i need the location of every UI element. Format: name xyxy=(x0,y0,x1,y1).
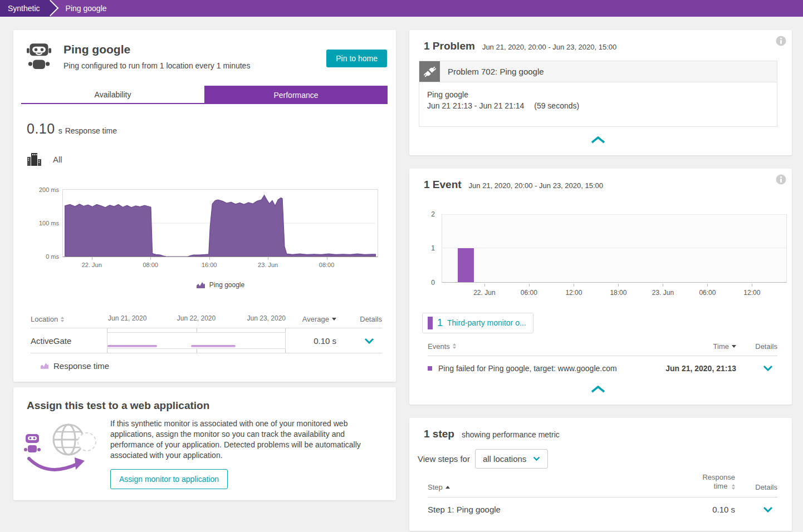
x-tick-label: 23. Jun xyxy=(652,289,674,297)
pin-to-home-button[interactable]: Pin to home xyxy=(326,50,387,67)
assign-monitor-button[interactable]: Assign monitor to application xyxy=(110,469,228,489)
response-time-chart[interactable]: 200 ms 100 ms 0 ms 22. Jun08:0016:0023. … xyxy=(21,189,388,289)
date-columns: Jun 21, 2020 Jun 22, 2020 Jun 23, 2020 xyxy=(107,314,286,323)
response-time-yaxis: 200 ms 100 ms 0 ms xyxy=(21,189,62,289)
x-tick xyxy=(484,284,485,287)
gridline xyxy=(442,248,786,248)
small-robot-icon xyxy=(24,434,41,452)
x-tick xyxy=(529,284,530,287)
right-column: 1 Problem Jun 21, 2020, 20:00 - Jun 23, … xyxy=(409,30,792,531)
average-value: 0.10 s xyxy=(314,336,336,346)
column-step[interactable]: Step xyxy=(428,483,450,491)
info-icon[interactable] xyxy=(776,174,786,185)
table-row-activegate: ActiveGate 0.10 s xyxy=(31,328,382,353)
x-tick xyxy=(209,257,210,260)
assign-title: Assign this test to a web application xyxy=(21,400,383,412)
sort-icon xyxy=(453,343,456,349)
column-details: Details xyxy=(745,483,777,491)
problem-duration: (59 seconds) xyxy=(534,101,579,110)
legend-label: Ping google xyxy=(209,281,244,289)
event-collapse-toggle[interactable] xyxy=(418,376,778,399)
problem-702-item[interactable]: Problem 702: Ping google Ping google Jun… xyxy=(419,61,777,127)
chevron-up-icon xyxy=(590,385,606,393)
spark-segment xyxy=(107,345,157,347)
assign-illustration xyxy=(21,418,110,485)
column-details: Details xyxy=(745,342,777,351)
event-chart[interactable]: 2 1 0 22. Jun06:0012:0018:0023. Jun06:00… xyxy=(418,214,778,298)
robot-icon xyxy=(27,42,51,71)
x-tick xyxy=(92,257,92,260)
x-tick xyxy=(150,257,151,260)
filter-all-label: All xyxy=(53,155,62,164)
column-response-time[interactable]: Response time xyxy=(695,473,735,492)
event-timeframe: Jun 21, 2020, 20:00 - Jun 23, 2020, 15:0… xyxy=(469,181,603,190)
view-steps-label: View steps for xyxy=(418,454,470,464)
x-tick xyxy=(707,284,708,287)
event-yaxis: 2 1 0 xyxy=(418,214,442,298)
buildings-icon xyxy=(27,152,42,167)
breadcrumb-current[interactable]: Ping google xyxy=(50,0,107,17)
column-date-2: Jun 22, 2020 xyxy=(177,314,216,322)
column-time[interactable]: Time xyxy=(713,342,736,351)
event-plot-area xyxy=(442,214,787,283)
event-bar[interactable] xyxy=(458,248,474,282)
tab-bar: Availability Performance xyxy=(21,86,388,104)
sort-desc-icon xyxy=(732,345,736,348)
column-average[interactable]: Average xyxy=(302,315,336,323)
sparkline-box xyxy=(107,332,286,349)
dashed-circle-icon xyxy=(78,433,96,451)
tab-availability[interactable]: Availability xyxy=(21,86,204,104)
step-details-toggle[interactable] xyxy=(745,506,777,513)
response-time-chart-legend: Ping google xyxy=(62,281,378,289)
event-xticks: 22. Jun06:0012:0018:0023. Jun06:0012:00 xyxy=(442,285,787,298)
step-row: Step 1: Ping google 0.10 s xyxy=(428,497,777,521)
monitor-card: Ping google Ping configured to run from … xyxy=(13,30,396,382)
location-select[interactable]: all locations xyxy=(475,449,548,469)
event-time: Jun 21, 2020, 21:13 xyxy=(665,364,736,373)
response-time-metric: 0.10 s Response time xyxy=(21,121,388,137)
x-tick-label: 23. Jun xyxy=(258,262,278,268)
event-text: Ping failed for Ping google, target: www… xyxy=(438,364,617,373)
area-legend-light-icon xyxy=(40,362,49,370)
location-sparkline[interactable] xyxy=(107,328,286,353)
event-details-toggle[interactable] xyxy=(745,365,777,371)
event-legend-chip[interactable]: 1 Third-party monitor o... xyxy=(422,313,533,333)
x-tick xyxy=(663,284,663,287)
chevron-down-icon xyxy=(763,506,773,513)
x-tick-label: 18:00 xyxy=(610,289,626,297)
event-card: 1 Event Jun 21, 2020, 20:00 - Jun 23, 20… xyxy=(409,169,792,405)
problem-collapse-toggle[interactable] xyxy=(418,127,778,150)
response-time-chart-svg xyxy=(62,189,378,257)
x-tick xyxy=(618,284,619,287)
tab-performance[interactable]: Performance xyxy=(204,86,388,104)
chevron-down-icon xyxy=(364,338,374,344)
problem-count: 1 Problem xyxy=(424,40,475,52)
response-time-xticks: 22. Jun08:0016:0023. Jun08:00 xyxy=(62,259,378,271)
x-tick-label: 06:00 xyxy=(699,289,716,297)
x-tick-label: 08:00 xyxy=(143,262,158,268)
event-row: Ping failed for Ping google, target: www… xyxy=(428,356,777,376)
column-date-1: Jun 21, 2020 xyxy=(108,314,146,322)
column-events[interactable]: Events xyxy=(428,342,456,351)
x-tick-label: 12:00 xyxy=(743,289,760,297)
breadcrumb-synthetic[interactable]: Synthetic xyxy=(0,0,50,17)
event-count: 1 Event xyxy=(424,179,462,191)
metric-label: Response time xyxy=(65,126,117,135)
location-table: Location Jun 21, 2020 Jun 22, 2020 Jun 2… xyxy=(21,314,388,374)
location-filter-all[interactable]: All xyxy=(21,152,388,167)
row-details-toggle[interactable] xyxy=(347,338,382,344)
x-tick-label: 22. Jun xyxy=(82,262,102,268)
info-icon[interactable] xyxy=(776,36,786,46)
event-bullet-icon xyxy=(428,366,432,371)
problem-time-range: Jun 21 21:13 - Jun 21 21:14 xyxy=(427,101,524,110)
column-location[interactable]: Location xyxy=(31,315,97,323)
sort-desc-icon xyxy=(332,318,336,321)
breadcrumb-root-label: Synthetic xyxy=(8,4,40,13)
problem-name: Ping google xyxy=(427,89,769,100)
column-date-3: Jun 23, 2020 xyxy=(247,314,286,322)
step-name: Step 1: Ping google xyxy=(428,505,501,514)
step-card: 1 step showing performance metric View s… xyxy=(409,418,792,531)
ytick-200: 200 ms xyxy=(39,186,59,193)
breadcrumb-current-label: Ping google xyxy=(66,4,107,13)
x-tick xyxy=(327,257,327,260)
